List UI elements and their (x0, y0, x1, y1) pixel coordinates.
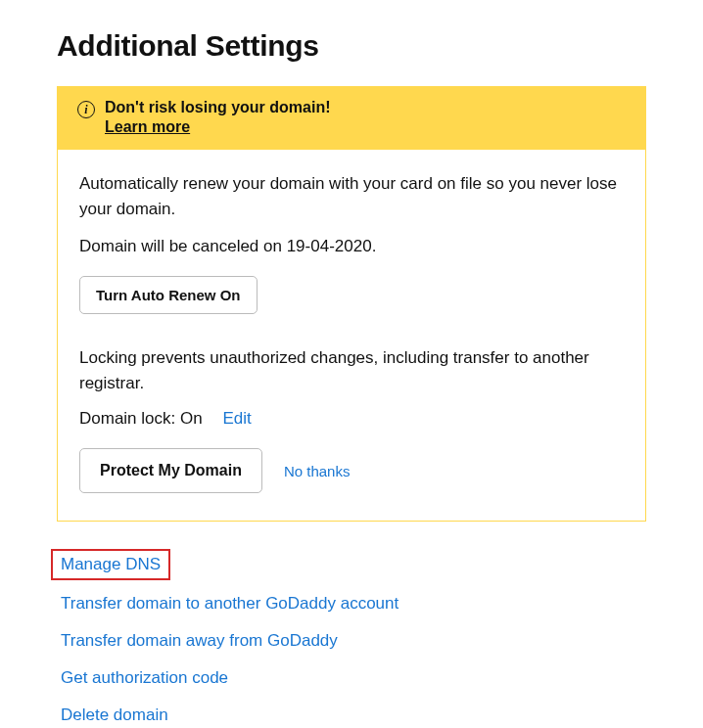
settings-card: i Don't risk losing your domain! Learn m… (57, 86, 646, 522)
warning-banner: i Don't risk losing your domain! Learn m… (58, 87, 645, 150)
transfer-to-account-link[interactable]: Transfer domain to another GoDaddy accou… (57, 590, 402, 617)
edit-lock-link[interactable]: Edit (222, 409, 251, 428)
delete-domain-link[interactable]: Delete domain (57, 702, 172, 728)
cancel-notice: Domain will be canceled on 19-04-2020. (79, 237, 624, 256)
auto-renew-description: Automatically renew your domain with you… (79, 171, 624, 221)
auth-code-link[interactable]: Get authorization code (57, 664, 232, 692)
lock-status-label: Domain lock: (79, 409, 180, 428)
no-thanks-link[interactable]: No thanks (284, 463, 351, 479)
protect-domain-button[interactable]: Protect My Domain (79, 448, 262, 493)
page-title: Additional Settings (57, 29, 646, 63)
learn-more-link[interactable]: Learn more (105, 118, 330, 136)
info-icon: i (77, 101, 95, 118)
transfer-away-link[interactable]: Transfer domain away from GoDaddy (57, 627, 342, 655)
action-links-list: Manage DNS Transfer domain to another Go… (57, 549, 646, 728)
card-body: Automatically renew your domain with you… (58, 150, 645, 521)
lock-description: Locking prevents unauthorized changes, i… (79, 345, 624, 395)
turn-auto-renew-on-button[interactable]: Turn Auto Renew On (79, 276, 258, 314)
manage-dns-link[interactable]: Manage DNS (51, 549, 170, 580)
warning-message: Don't risk losing your domain! (105, 99, 330, 116)
lock-status-value: On (180, 409, 203, 428)
lock-status: Domain lock: On Edit (79, 409, 624, 429)
